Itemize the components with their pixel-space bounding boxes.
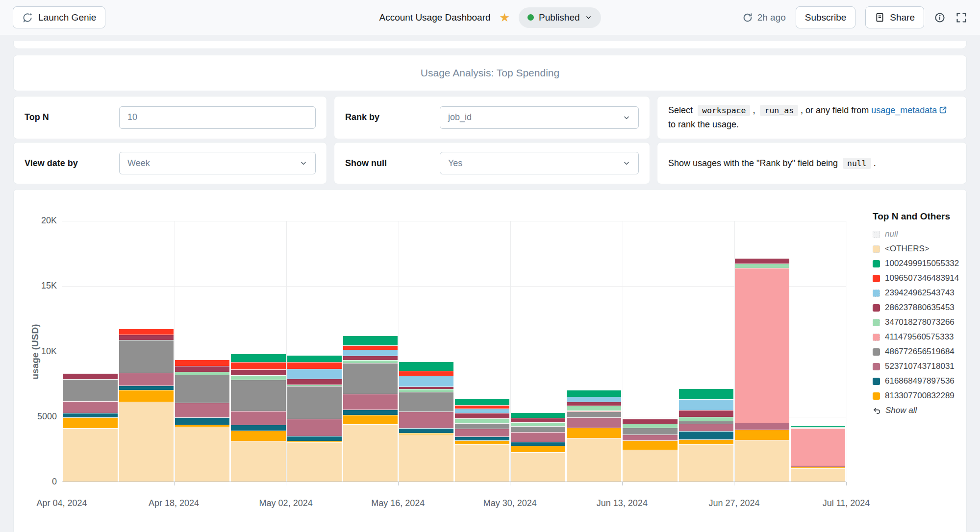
legend-item[interactable]: 616868497897536 (873, 374, 967, 388)
publish-status-dropdown[interactable]: Published (519, 7, 601, 28)
stacked-bar-apr-18[interactable] (175, 221, 229, 482)
bar-segment[interactable] (119, 402, 174, 482)
bar-segment[interactable] (735, 264, 789, 268)
bar-segment[interactable] (343, 356, 398, 360)
legend-item[interactable]: 486772656519684 (873, 344, 967, 359)
stacked-bar-apr-04[interactable] (63, 221, 118, 482)
info-icon[interactable] (934, 12, 946, 24)
top-n-input[interactable] (119, 106, 316, 129)
bar-segment[interactable] (175, 427, 229, 482)
bar-segment[interactable] (119, 329, 174, 335)
legend-show-all[interactable]: Show all (873, 403, 967, 418)
bar-segment[interactable] (343, 345, 398, 350)
bar-segment[interactable] (175, 375, 229, 403)
stacked-bar-jul-04[interactable] (791, 221, 845, 482)
bar-segment[interactable] (455, 399, 509, 405)
bar-segment[interactable] (343, 350, 398, 356)
bar-segment[interactable] (455, 409, 509, 413)
bar-segment[interactable] (399, 371, 453, 376)
legend-item[interactable]: 1002499915055332 (873, 256, 967, 271)
bar-segment[interactable] (63, 413, 118, 417)
bar-segment[interactable] (119, 335, 174, 340)
bar-segment[interactable] (175, 417, 229, 425)
bar-segment[interactable] (63, 379, 118, 401)
bar-segment[interactable] (791, 468, 845, 482)
bar-segment[interactable] (623, 424, 677, 428)
bar-segment[interactable] (679, 399, 733, 410)
bar-segment[interactable] (511, 418, 565, 422)
bar-segment[interactable] (231, 380, 285, 411)
bar-segment[interactable] (455, 429, 509, 436)
bar-segment[interactable] (231, 362, 285, 369)
bar-segment[interactable] (399, 376, 453, 387)
bar-segment[interactable] (63, 401, 118, 413)
bar-segment[interactable] (567, 428, 621, 438)
bar-segment[interactable] (567, 402, 621, 406)
bar-segment[interactable] (623, 450, 677, 482)
bar-segment[interactable] (511, 426, 565, 432)
bar-segment[interactable] (399, 435, 453, 482)
bar-segment[interactable] (679, 410, 733, 417)
legend-item[interactable]: 347018278073266 (873, 315, 967, 330)
bar-segment[interactable] (399, 362, 453, 371)
view-date-by-select[interactable]: Week (119, 152, 316, 174)
bar-segment[interactable] (511, 432, 565, 442)
bar-segment[interactable] (231, 441, 285, 482)
refresh-icon[interactable] (742, 12, 753, 23)
bar-segment[interactable] (287, 419, 342, 436)
stacked-bar-apr-11[interactable] (119, 221, 174, 482)
bar-segment[interactable] (623, 440, 677, 450)
bar-segment[interactable] (567, 438, 621, 482)
stacked-bar-may-30[interactable] (511, 221, 565, 482)
bar-segment[interactable] (231, 369, 285, 375)
stacked-bar-may-16[interactable] (399, 221, 453, 482)
bar-segment[interactable] (119, 373, 174, 386)
bar-segment[interactable] (287, 386, 342, 419)
show-null-select[interactable]: Yes (440, 152, 639, 174)
bar-segment[interactable] (231, 425, 285, 431)
bar-segment[interactable] (287, 369, 342, 379)
legend-item[interactable]: 286237880635453 (873, 300, 967, 315)
bar-segment[interactable] (343, 363, 398, 394)
bar-segment[interactable] (231, 431, 285, 441)
bar-segment[interactable] (735, 268, 789, 423)
bar-segment[interactable] (119, 390, 174, 402)
bar-segment[interactable] (119, 340, 174, 373)
bar-segment[interactable] (455, 440, 509, 444)
bar-segment[interactable] (231, 375, 285, 380)
bar-segment[interactable] (287, 436, 342, 441)
bar-segment[interactable] (623, 428, 677, 435)
legend-item[interactable]: 523710743718031 (873, 359, 967, 374)
bar-segment[interactable] (119, 386, 174, 390)
bar-segment[interactable] (735, 440, 789, 482)
legend-item[interactable]: <OTHERS> (873, 242, 967, 256)
bar-segment[interactable] (343, 394, 398, 410)
bar-segment[interactable] (455, 413, 509, 418)
external-link-icon[interactable] (939, 106, 947, 114)
bar-segment[interactable] (567, 411, 621, 417)
bar-segment[interactable] (343, 410, 398, 415)
bar-segment[interactable] (175, 403, 229, 418)
stacked-bar-jun-20[interactable] (679, 221, 733, 482)
bar-segment[interactable] (343, 424, 398, 482)
bar-segment[interactable] (455, 418, 509, 423)
bar-segment[interactable] (287, 379, 342, 385)
bar-segment[interactable] (287, 362, 342, 368)
bar-segment[interactable] (175, 360, 229, 366)
bar-segment[interactable] (287, 442, 342, 482)
bar-segment[interactable] (455, 436, 509, 440)
subscribe-button[interactable]: Subscribe (796, 6, 856, 28)
stacked-bar-jun-13[interactable] (623, 221, 677, 482)
rank-by-select[interactable]: job_id (440, 106, 639, 129)
bar-segment[interactable] (399, 411, 453, 428)
bar-segment[interactable] (455, 423, 509, 429)
bar-segment[interactable] (735, 258, 789, 264)
fullscreen-icon[interactable] (955, 12, 967, 24)
bar-segment[interactable] (679, 431, 733, 439)
stacked-bar-apr-25[interactable] (231, 221, 285, 482)
bar-segment[interactable] (679, 439, 733, 444)
bar-segment[interactable] (343, 336, 398, 345)
bar-segment[interactable] (399, 392, 453, 411)
stacked-bar-jun-27[interactable] (735, 221, 789, 482)
bar-segment[interactable] (567, 397, 621, 402)
